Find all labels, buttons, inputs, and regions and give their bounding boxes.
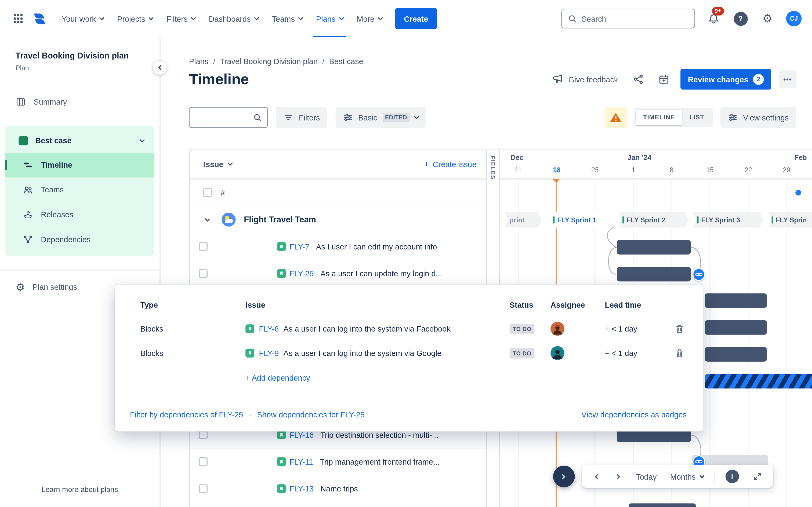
menu-more[interactable]: More xyxy=(350,0,389,37)
gantt-bar[interactable] xyxy=(617,267,691,281)
issue-row[interactable]: FLY-13 Name trips xyxy=(190,475,486,502)
view-settings-button[interactable]: View settings xyxy=(720,107,796,128)
table-row: # xyxy=(190,179,486,206)
sprint-chip[interactable]: FLY Sprint 2 xyxy=(618,212,689,228)
delete-dependency-button[interactable] xyxy=(671,321,687,337)
create-issue-button[interactable]: + Create issue xyxy=(424,159,476,169)
review-changes-button[interactable]: Review changes 2 xyxy=(681,69,771,89)
info-button[interactable]: i xyxy=(719,466,745,487)
issue-key-link[interactable]: FLY-25 xyxy=(290,269,314,278)
gantt-bar[interactable] xyxy=(628,503,696,507)
more-actions-button[interactable]: ••• xyxy=(779,70,797,88)
scenario-best-case[interactable]: Best case xyxy=(5,129,154,153)
sidebar-item-releases[interactable]: Releases xyxy=(5,202,154,227)
show-dependencies-link[interactable]: Show dependencies for FLY-25 xyxy=(257,410,364,419)
board-search-input[interactable] xyxy=(195,113,253,122)
user-avatar[interactable]: CJ xyxy=(786,11,802,26)
issue-key-link[interactable]: FLY-6 xyxy=(259,324,279,333)
row-checkbox[interactable] xyxy=(199,269,208,278)
team-group-row[interactable]: Flight Travel Team xyxy=(190,206,486,233)
issue-row[interactable]: FLY-25 As a user I can update my login d… xyxy=(190,260,486,287)
unscheduled-dot[interactable] xyxy=(795,190,801,195)
expand-group-icon[interactable] xyxy=(205,216,210,221)
fullscreen-button[interactable] xyxy=(746,466,769,487)
gantt-bar[interactable] xyxy=(705,347,767,361)
menu-teams[interactable]: Teams xyxy=(265,0,309,37)
view-dependencies-as-badges-link[interactable]: View dependencies as badges xyxy=(581,410,687,419)
schedule-button[interactable] xyxy=(655,70,673,88)
row-checkbox[interactable] xyxy=(199,242,208,251)
row-checkbox[interactable] xyxy=(199,484,208,493)
sprint-chip-active[interactable]: FLY Sprint 1 xyxy=(549,212,614,228)
scroll-right-button[interactable] xyxy=(608,466,628,487)
sprint-label: FLY Sprint 3 xyxy=(701,216,740,224)
menu-dashboards[interactable]: Dashboards xyxy=(202,0,265,37)
issue-key-link[interactable]: FLY-11 xyxy=(290,457,313,466)
gantt-bar[interactable] xyxy=(705,320,767,335)
calendar-plus-icon xyxy=(658,73,670,85)
issue-key-link[interactable]: FLY-16 xyxy=(290,431,314,439)
sprint-chip[interactable]: print xyxy=(504,212,542,228)
issue-row[interactable]: FLY-11 Trip management frontend frame... xyxy=(190,449,486,475)
tab-list[interactable]: LIST xyxy=(682,110,711,125)
gantt-bar-selected[interactable] xyxy=(705,374,812,388)
global-search[interactable] xyxy=(561,9,695,29)
give-feedback-button[interactable]: Give feedback xyxy=(552,73,618,85)
issue-key-link[interactable]: FLY-13 xyxy=(290,484,314,493)
select-all-checkbox[interactable] xyxy=(203,188,212,197)
settings-button[interactable]: ⚙ xyxy=(759,10,776,27)
issue-key-link[interactable]: FLY-7 xyxy=(290,242,309,251)
menu-your-work[interactable]: Your work xyxy=(55,0,110,37)
timeline-icon xyxy=(23,160,33,170)
review-changes-label: Review changes xyxy=(688,75,748,84)
sprint-chip[interactable]: FLY Sprin xyxy=(767,212,812,228)
collapse-sidebar-button[interactable] xyxy=(153,61,167,74)
filter-icon xyxy=(283,112,294,123)
issue-key-link[interactable]: FLY-9 xyxy=(259,349,279,357)
jira-logo[interactable] xyxy=(29,8,50,29)
sidebar-item-dependencies[interactable]: Dependencies xyxy=(5,227,154,252)
sprint-chip[interactable]: FLY Sprint 3 xyxy=(693,212,763,228)
add-dependency-link[interactable]: + Add dependency xyxy=(245,374,310,382)
notifications-button[interactable]: 9+ xyxy=(705,10,722,27)
app-switcher-button[interactable] xyxy=(8,9,28,29)
scroll-left-button[interactable] xyxy=(586,466,607,487)
expand-panel-button[interactable] xyxy=(553,466,575,488)
board-search[interactable] xyxy=(189,107,268,128)
gantt-bar[interactable] xyxy=(617,240,691,255)
warnings-button[interactable] xyxy=(604,107,627,128)
menu-plans[interactable]: Plans xyxy=(309,0,350,37)
dependency-table-header: Type Issue Status Assignee Lead time xyxy=(141,297,690,313)
issue-column-header[interactable]: Issue xyxy=(204,160,232,168)
delete-dependency-button[interactable] xyxy=(671,345,687,361)
row-checkbox[interactable] xyxy=(199,431,208,439)
sidebar-item-timeline[interactable]: Timeline xyxy=(5,153,154,178)
issue-row[interactable]: FLY-7 As I user I can edit my account in… xyxy=(190,233,486,260)
menu-label: More xyxy=(357,14,374,23)
sprint-label: FLY Sprint 2 xyxy=(627,216,666,224)
today-button[interactable]: Today xyxy=(630,466,663,487)
menu-filters[interactable]: Filters xyxy=(160,0,202,37)
filter-by-dependencies-link[interactable]: Filter by dependencies of FLY-25 xyxy=(130,410,243,419)
share-button[interactable] xyxy=(630,70,648,88)
menu-label: Your work xyxy=(61,14,96,23)
learn-more-link[interactable]: Learn more about plans xyxy=(0,485,159,494)
gantt-bar[interactable] xyxy=(705,293,767,308)
breadcrumb-scenario[interactable]: Best case xyxy=(329,57,363,66)
sprint-status-notch xyxy=(697,216,699,223)
sidebar-item-teams[interactable]: Teams xyxy=(5,177,154,202)
menu-projects[interactable]: Projects xyxy=(110,0,160,37)
row-checkbox[interactable] xyxy=(199,457,208,466)
create-button[interactable]: Create xyxy=(395,8,437,29)
team-name: Flight Travel Team xyxy=(244,215,316,224)
view-mode-button[interactable]: Basic EDITED xyxy=(336,107,425,128)
zoom-dropdown[interactable]: Months xyxy=(664,466,710,487)
tab-timeline[interactable]: TIMELINE xyxy=(636,110,682,125)
filters-button[interactable]: Filters xyxy=(276,107,327,128)
sidebar-item-summary[interactable]: Summary xyxy=(0,91,159,113)
breadcrumb-plan-name[interactable]: Travel Booking Division plan xyxy=(220,57,318,66)
dependency-link-icon[interactable] xyxy=(692,268,705,281)
search-input[interactable] xyxy=(581,14,689,23)
breadcrumb-plans[interactable]: Plans xyxy=(189,57,208,66)
help-button[interactable]: ? xyxy=(732,10,749,27)
